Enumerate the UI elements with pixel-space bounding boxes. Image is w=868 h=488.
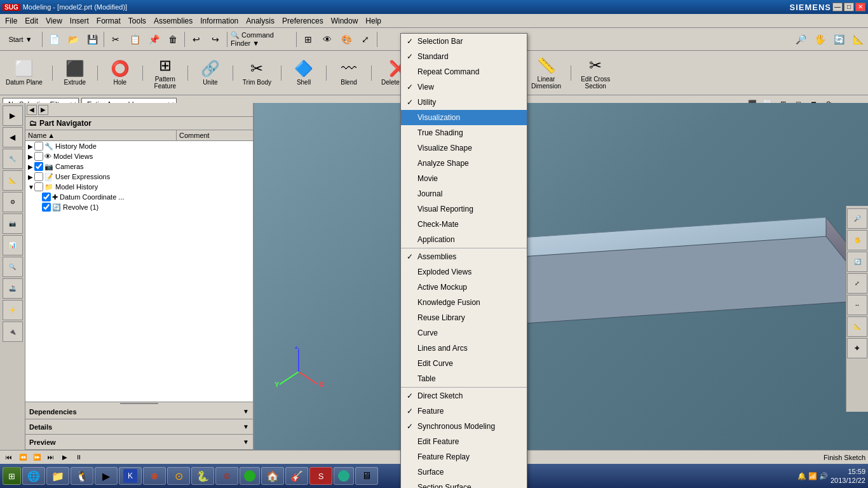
menu-information[interactable]: Information: [196, 14, 242, 27]
pan-button[interactable]: 🖐: [811, 30, 829, 48]
menu-format[interactable]: Format: [93, 14, 125, 27]
menu-item-true-shading[interactable]: True Shading: [401, 125, 527, 140]
menu-help[interactable]: Help: [362, 14, 385, 27]
right-btn-3[interactable]: 🔄: [847, 252, 867, 272]
taskbar-media[interactable]: ▶: [95, 467, 118, 485]
taskbar-app3[interactable]: ©: [215, 467, 238, 485]
taskbar-app7[interactable]: 🖥: [355, 467, 378, 485]
copy-button[interactable]: 📋: [126, 30, 144, 48]
menu-item-visual-reporting[interactable]: Visual Reporting: [401, 201, 527, 217]
dependencies-panel[interactable]: Dependencies ▼: [25, 404, 253, 419]
open-button[interactable]: 📂: [64, 30, 82, 48]
menu-file[interactable]: File: [1, 14, 21, 27]
redo-button[interactable]: ↪: [207, 30, 224, 48]
col-name[interactable]: Name ▲: [25, 130, 177, 140]
menu-preferences[interactable]: Preferences: [278, 14, 327, 27]
left-btn-cam[interactable]: 📷: [3, 214, 23, 234]
menu-insert[interactable]: Insert: [66, 14, 93, 27]
left-btn-wire[interactable]: 🔌: [3, 322, 23, 342]
render-button[interactable]: 🎨: [337, 30, 355, 48]
blend-button[interactable]: 〰 Blend: [333, 58, 365, 88]
nav-item-history-mode[interactable]: ▶ 🔧 History Mode: [25, 141, 253, 151]
command-finder-button[interactable]: 🔍 Command Finder ▼: [230, 30, 294, 48]
pattern-feature-button[interactable]: ⊞ PatternFeature: [149, 55, 181, 92]
taskbar-green[interactable]: [240, 467, 260, 485]
right-btn-7[interactable]: ✚: [847, 338, 867, 358]
menu-item-section-surface[interactable]: Section Surface: [401, 480, 527, 488]
menu-item-assemblies[interactable]: ✓ Assemblies: [401, 249, 527, 264]
menu-item-knowledge-fusion[interactable]: Knowledge Fusion: [401, 295, 527, 310]
rotate-button[interactable]: 🔄: [830, 30, 848, 48]
right-btn-4[interactable]: ⤢: [847, 273, 867, 294]
menu-item-edit-feature[interactable]: Edit Feature: [401, 434, 527, 449]
bottom-btn-5[interactable]: ▶: [58, 452, 71, 463]
menu-item-selection-bar[interactable]: ✓ Selection Bar: [401, 34, 527, 49]
maximize-button[interactable]: □: [844, 3, 854, 11]
datum-plane-button[interactable]: ⬜ Datum Plane: [3, 58, 46, 88]
snap-button[interactable]: ⊞: [299, 30, 317, 48]
details-panel[interactable]: Details ▼: [25, 419, 253, 435]
menu-item-active-mockup[interactable]: Active Mockup: [401, 280, 527, 295]
bottom-btn-2[interactable]: ⏪: [17, 452, 29, 463]
new-button[interactable]: 📄: [45, 30, 63, 48]
menu-item-movie[interactable]: Movie: [401, 171, 527, 186]
nav-item-model-views[interactable]: ▶ 👁 Model Views: [25, 151, 253, 161]
cameras-checkbox[interactable]: [34, 162, 43, 171]
menu-tools[interactable]: Tools: [125, 14, 150, 27]
menu-item-table[interactable]: Table: [401, 371, 527, 386]
right-btn-6[interactable]: 📐: [847, 316, 867, 337]
menu-item-synchronous-modeling[interactable]: ✓ Synchronous Modeling: [401, 419, 527, 434]
nav-item-cameras[interactable]: ▶ 📷 Cameras: [25, 161, 253, 172]
left-btn-model[interactable]: 📐: [3, 170, 23, 191]
right-btn-5[interactable]: ↔: [847, 295, 867, 315]
hole-button[interactable]: ⭕ Hole: [104, 58, 136, 88]
expand-model-history[interactable]: ▼: [28, 184, 34, 191]
revolve-checkbox[interactable]: [42, 203, 51, 212]
start-button[interactable]: Start ▼: [1, 30, 39, 48]
menu-view[interactable]: View: [42, 14, 66, 27]
menu-item-utility[interactable]: ✓ Utility: [401, 95, 527, 110]
col-comment[interactable]: Comment: [177, 130, 253, 140]
preview-panel[interactable]: Preview ▼: [25, 435, 253, 450]
bottom-btn-4[interactable]: ⏭: [44, 452, 57, 463]
taskbar-siemens[interactable]: S: [309, 467, 332, 485]
user-expr-checkbox[interactable]: [34, 172, 43, 181]
bottom-btn-1[interactable]: ⏮: [3, 452, 15, 463]
left-btn-insp[interactable]: 🔍: [3, 257, 23, 277]
left-btn-2[interactable]: ◀: [3, 127, 23, 147]
model-views-checkbox[interactable]: [34, 152, 43, 161]
left-btn-history[interactable]: 🔧: [3, 149, 23, 169]
model-history-checkbox[interactable]: [34, 182, 43, 191]
taskbar-ie[interactable]: 🌐: [22, 467, 45, 485]
menu-item-direct-sketch[interactable]: ✓ Direct Sketch: [401, 388, 527, 403]
close-button[interactable]: ✕: [855, 3, 865, 11]
cut-button[interactable]: ✂: [107, 30, 125, 48]
menu-window[interactable]: Window: [327, 14, 362, 27]
taskbar-app2[interactable]: ⊕: [143, 467, 166, 485]
extrude-button[interactable]: ⬛ Extrude: [59, 58, 91, 88]
linear-dimension-button[interactable]: 📏 LinearDimension: [528, 55, 564, 92]
menu-item-view[interactable]: ✓ View: [401, 79, 527, 95]
right-btn-2[interactable]: 🖐: [847, 230, 867, 250]
menu-item-reuse-library[interactable]: Reuse Library: [401, 310, 527, 325]
bottom-btn-3[interactable]: ⏩: [31, 452, 43, 463]
taskbar-app6[interactable]: [334, 467, 354, 485]
menu-item-repeat-command[interactable]: Repeat Command: [401, 64, 527, 79]
save-button[interactable]: 💾: [83, 30, 101, 48]
edit-cross-section-button[interactable]: ✂ Edit CrossSection: [578, 55, 613, 92]
taskbar-chrome[interactable]: ⊙: [167, 467, 190, 485]
nav-item-datum-coord[interactable]: ✚ Datum Coordinate ...: [25, 192, 253, 202]
nav-item-revolve[interactable]: 🔄 Revolve (1): [25, 202, 253, 212]
viewport[interactable]: ZC X Y Z: [254, 103, 868, 450]
menu-item-application[interactable]: Application: [401, 232, 527, 247]
expand-model-views[interactable]: ▶: [28, 153, 34, 160]
menu-item-feature-replay[interactable]: Feature Replay: [401, 449, 527, 464]
left-btn-1[interactable]: ▶: [3, 105, 23, 126]
menu-analysis[interactable]: Analysis: [242, 14, 278, 27]
right-btn-1[interactable]: 🔎: [847, 208, 867, 229]
delete-button[interactable]: 🗑: [164, 30, 182, 48]
left-btn-ship[interactable]: 🚢: [3, 278, 23, 299]
bottom-btn-6[interactable]: ⏸: [72, 452, 85, 463]
menu-edit[interactable]: Edit: [21, 14, 42, 27]
menu-item-lines-arcs[interactable]: Lines and Arcs: [401, 341, 527, 356]
